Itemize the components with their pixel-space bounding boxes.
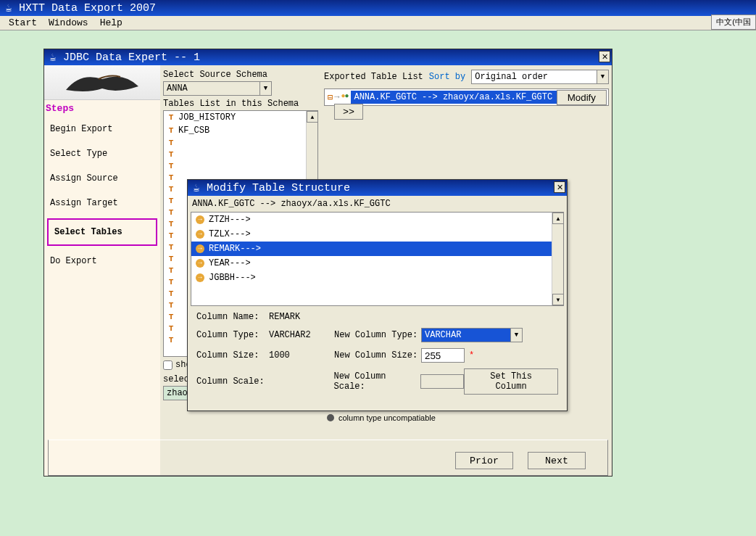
java-icon: ☕ bbox=[3, 2, 14, 14]
table-icon: T bbox=[167, 243, 175, 252]
table-icon: T bbox=[167, 336, 175, 345]
table-icon: T bbox=[167, 208, 175, 217]
sort-combo[interactable]: Original order ▼ bbox=[471, 70, 609, 84]
checkbox-input[interactable] bbox=[163, 360, 173, 370]
exported-table-list[interactable]: ⊟ → ●● ANNA.KF_GGTC --> zhaoyx/aa.xls.KF… bbox=[324, 88, 609, 106]
arrow-icon: → bbox=[334, 92, 339, 103]
menu-windows[interactable]: Windows bbox=[43, 16, 94, 30]
close-button[interactable]: ✕ bbox=[554, 181, 565, 193]
jdbc-title: JDBC Data Expert -- 1 bbox=[63, 51, 200, 64]
chevron-down-icon[interactable]: ▼ bbox=[597, 70, 608, 83]
new-size-input[interactable] bbox=[421, 348, 465, 363]
table-icon: T bbox=[167, 266, 175, 275]
menubar: Start Windows Help bbox=[0, 16, 756, 30]
app-titlebar: ☕ HXTT Data Export 2007 bbox=[0, 0, 756, 16]
table-icon: T bbox=[167, 220, 175, 228]
new-scale-input[interactable] bbox=[420, 374, 464, 389]
step-select-tables[interactable]: Select Tables bbox=[47, 218, 157, 246]
java-icon: ☕ bbox=[47, 51, 59, 63]
step-assign-source[interactable]: Assign Source bbox=[44, 166, 160, 191]
arrow-icon: → bbox=[196, 215, 204, 224]
export-row-text: ANNA.KF_GGTC --> zhaoyx/aa.xls.KF_GGTC bbox=[351, 91, 556, 104]
table-icon: T bbox=[167, 185, 175, 194]
bottom-frame: Prior Next bbox=[48, 440, 608, 476]
table-row[interactable]: T bbox=[164, 149, 317, 160]
required-asterisk: * bbox=[469, 350, 474, 360]
column-item[interactable]: →ZTZH---> bbox=[191, 213, 563, 227]
table-icon: T bbox=[167, 162, 175, 170]
set-column-button[interactable]: Set This Column bbox=[464, 368, 558, 395]
java-icon: ☕ bbox=[191, 182, 202, 194]
table-icon: T bbox=[167, 313, 175, 321]
column-item[interactable]: →REMARK---> bbox=[191, 242, 563, 256]
step-select-type[interactable]: Select Type bbox=[44, 141, 160, 166]
close-button[interactable]: ✕ bbox=[599, 51, 610, 62]
table-icon: T bbox=[167, 324, 175, 333]
arrow-icon: → bbox=[196, 230, 204, 239]
modify-button[interactable]: Modify bbox=[557, 90, 607, 105]
new-type-select[interactable]: VARCHAR ▼ bbox=[421, 328, 523, 342]
exported-label: Exported Table List bbox=[324, 72, 423, 82]
chevron-down-icon[interactable]: ▼ bbox=[510, 329, 522, 342]
table-icon: T bbox=[167, 231, 175, 240]
table-row[interactable]: TJOB_HISTORY bbox=[164, 111, 317, 124]
next-button[interactable]: Next bbox=[528, 452, 586, 469]
col-name-label: Column Name: bbox=[196, 312, 269, 322]
column-details: Column Name: REMARK Column Type: VARCHAR… bbox=[188, 306, 567, 406]
column-item[interactable]: →YEAR---> bbox=[191, 256, 563, 271]
sort-by-label: Sort by bbox=[429, 72, 465, 82]
menu-start[interactable]: Start bbox=[3, 16, 43, 30]
arrow-icon: → bbox=[196, 273, 204, 282]
jdbc-titlebar: ☕ JDBC Data Expert -- 1 ✕ bbox=[44, 49, 612, 65]
new-type-label: New Column Type: bbox=[334, 330, 421, 340]
transfer-button[interactable]: >> bbox=[334, 104, 363, 120]
modify-path: ANNA.KF_GGTC --> zhaoyx/aa.xls.KF_GGTC bbox=[188, 196, 567, 212]
schema-combo[interactable]: ANNA ▼ bbox=[163, 81, 272, 96]
dots-icon: ●● bbox=[341, 92, 348, 103]
new-size-label: New Column Size: bbox=[334, 350, 421, 360]
table-icon: T bbox=[167, 301, 175, 310]
col-scale-label: Column Scale: bbox=[196, 376, 269, 387]
col-type-label: Column Type: bbox=[196, 330, 269, 340]
language-badge[interactable]: 中文(中国 bbox=[711, 15, 756, 30]
table-icon: T bbox=[167, 289, 175, 298]
table-icon: T bbox=[167, 113, 175, 122]
menu-help[interactable]: Help bbox=[94, 16, 128, 30]
scroll-down-icon[interactable]: ▼ bbox=[552, 294, 564, 305]
column-item[interactable]: →JGBBH---> bbox=[191, 271, 563, 285]
export-icon: ⊟ bbox=[328, 92, 333, 103]
app-title: HXTT Data Export 2007 bbox=[19, 2, 156, 15]
arrow-icon: → bbox=[196, 259, 204, 268]
prior-button[interactable]: Prior bbox=[455, 452, 513, 469]
col-size-value: 1000 bbox=[269, 350, 334, 360]
steps-panel: Steps Begin Export Select Type Assign So… bbox=[44, 65, 160, 476]
col-name-value: REMARK bbox=[269, 312, 334, 322]
table-icon: T bbox=[167, 150, 175, 159]
table-row[interactable]: T bbox=[164, 160, 317, 172]
chevron-down-icon[interactable]: ▼ bbox=[259, 82, 271, 95]
table-row[interactable]: TKF_CSB bbox=[164, 124, 317, 137]
column-list[interactable]: →ZTZH---> →TZLX---> →REMARK---> →YEAR---… bbox=[191, 212, 564, 306]
step-assign-target[interactable]: Assign Target bbox=[44, 191, 160, 215]
new-scale-label: New Column Scale: bbox=[334, 371, 421, 392]
table-row[interactable]: T bbox=[164, 137, 317, 149]
table-icon: T bbox=[167, 139, 175, 147]
scroll-up-icon[interactable]: ▲ bbox=[307, 111, 318, 123]
main-area: ☕ JDBC Data Expert -- 1 ✕ Steps Begin Ex… bbox=[0, 30, 756, 536]
arrow-icon: → bbox=[196, 244, 204, 253]
step-do-export[interactable]: Do Export bbox=[44, 249, 160, 273]
scrollbar[interactable]: ▲ ▼ bbox=[552, 213, 563, 305]
table-icon: T bbox=[167, 173, 175, 182]
tables-list-label: Tables List in this Schema bbox=[163, 99, 318, 109]
eagle-image bbox=[44, 65, 160, 100]
steps-heading: Steps bbox=[44, 100, 160, 117]
scroll-up-icon[interactable]: ▲ bbox=[552, 213, 564, 224]
export-row[interactable]: ⊟ → ●● ANNA.KF_GGTC --> zhaoyx/aa.xls.KF… bbox=[325, 90, 608, 105]
modify-title: Modify Table Structure bbox=[207, 182, 350, 194]
table-icon: T bbox=[167, 255, 175, 263]
schema-label: Select Source Schema bbox=[163, 70, 318, 80]
table-icon: T bbox=[167, 278, 175, 286]
column-item[interactable]: →TZLX---> bbox=[191, 227, 563, 242]
step-begin-export[interactable]: Begin Export bbox=[44, 117, 160, 141]
col-type-value: VARCHAR2 bbox=[269, 330, 334, 340]
